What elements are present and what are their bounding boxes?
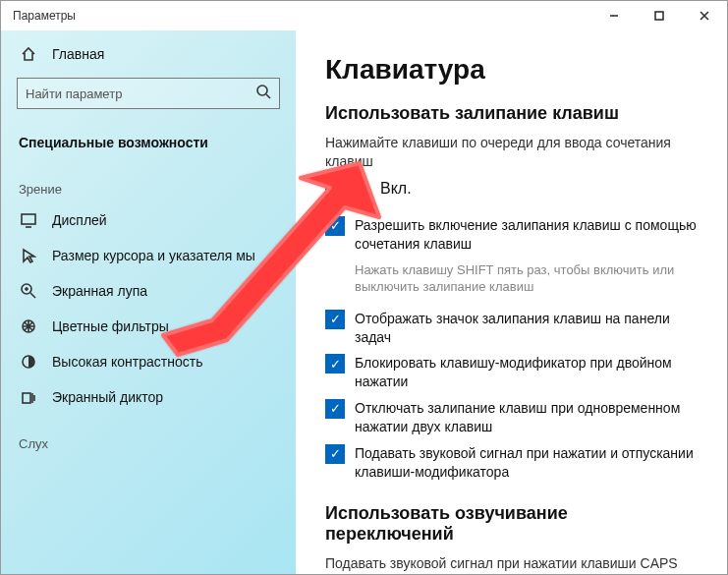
check-label: Разрешить включение залипания клавиш с п…: [355, 216, 698, 254]
narrator-icon: [19, 387, 38, 407]
group-vision: Зрение: [1, 160, 296, 202]
window-controls: [591, 1, 727, 30]
svg-rect-6: [23, 393, 30, 403]
window-title: Параметры: [13, 9, 76, 23]
sticky-description: Нажимайте клавиши по очереди для ввода с…: [325, 134, 698, 171]
sidebar-item-label: Экранный диктор: [52, 389, 163, 405]
minimize-button[interactable]: [591, 1, 637, 30]
group-hearing: Слух: [1, 415, 296, 457]
check-label: Подавать звуковой сигнал при нажатии и о…: [355, 444, 698, 482]
sidebar-item-label: Размер курсора и указателя мы: [52, 248, 255, 263]
home-nav[interactable]: Главная: [1, 36, 296, 72]
search-box[interactable]: [17, 78, 280, 109]
check-lock[interactable]: ✓ Блокировать клавишу-модификатор при дв…: [325, 354, 698, 391]
home-label: Главная: [52, 46, 104, 62]
svg-rect-2: [22, 214, 35, 224]
filter-icon: [19, 316, 38, 336]
search-input[interactable]: [26, 86, 255, 101]
titlebar: Параметры: [1, 1, 727, 30]
checkbox-icon: ✓: [325, 444, 345, 464]
svg-rect-0: [655, 12, 663, 20]
sidebar-item-cursor[interactable]: Размер курсора и указателя мы: [1, 238, 296, 273]
toggle-keys-description: Подавать звуковой сигнал при нажатии кла…: [325, 554, 698, 575]
contrast-icon: [19, 352, 38, 372]
search-icon: [255, 84, 271, 103]
sidebar-item-color[interactable]: Цветные фильтры: [1, 309, 296, 344]
sidebar-item-display[interactable]: Дисплей: [1, 202, 296, 238]
check-disable[interactable]: ✓ Отключать залипание клавиш при одновре…: [325, 399, 698, 436]
checkbox-icon: ✓: [325, 310, 345, 329]
check-label: Блокировать клавишу-модификатор при двой…: [355, 354, 698, 391]
sticky-toggle[interactable]: [325, 179, 368, 199]
svg-point-1: [257, 86, 267, 95]
toggle-label: Вкл.: [380, 180, 412, 198]
content-pane: Клавиатура Использовать залипание клавиш…: [296, 30, 727, 575]
sidebar-item-label: Высокая контрастность: [52, 354, 202, 370]
sidebar-item-magnifier[interactable]: Экранная лупа: [1, 273, 296, 309]
checkbox-icon: ✓: [325, 354, 345, 374]
magnifier-icon: [19, 281, 38, 301]
sidebar-item-narrator[interactable]: Экранный диктор: [1, 379, 296, 415]
section-sticky: Использовать залипание клавиш: [325, 103, 698, 124]
section-header: Специальные возможности: [1, 121, 296, 160]
sidebar-item-label: Экранная лупа: [52, 283, 147, 299]
sidebar-item-label: Цветные фильтры: [52, 318, 169, 334]
check-label: Отображать значок залипания клавиш на па…: [355, 310, 698, 347]
close-button[interactable]: [682, 1, 727, 30]
section-toggle-keys: Использовать озвучивание переключений: [325, 503, 698, 545]
display-icon: [19, 210, 38, 230]
check-shortcut[interactable]: ✓ Разрешить включение залипания клавиш с…: [325, 216, 698, 254]
sticky-toggle-row: Вкл.: [325, 179, 698, 199]
check-label: Отключать залипание клавиш при одновреме…: [355, 399, 698, 436]
hint-shift: Нажать клавишу SHIFT пять раз, чтобы вкл…: [355, 261, 698, 296]
sidebar-item-contrast[interactable]: Высокая контрастность: [1, 344, 296, 379]
check-taskbar[interactable]: ✓ Отображать значок залипания клавиш на …: [325, 310, 698, 347]
sidebar-item-label: Дисплей: [52, 212, 107, 228]
cursor-icon: [19, 246, 38, 265]
sidebar: Главная Специальные возможности Зрение Д…: [1, 30, 296, 575]
checkbox-icon: ✓: [325, 216, 345, 236]
checkbox-icon: ✓: [325, 399, 345, 419]
home-icon: [19, 44, 38, 64]
check-sound[interactable]: ✓ Подавать звуковой сигнал при нажатии и…: [325, 444, 698, 482]
maximize-button[interactable]: [637, 1, 682, 30]
page-title: Клавиатура: [325, 54, 698, 86]
